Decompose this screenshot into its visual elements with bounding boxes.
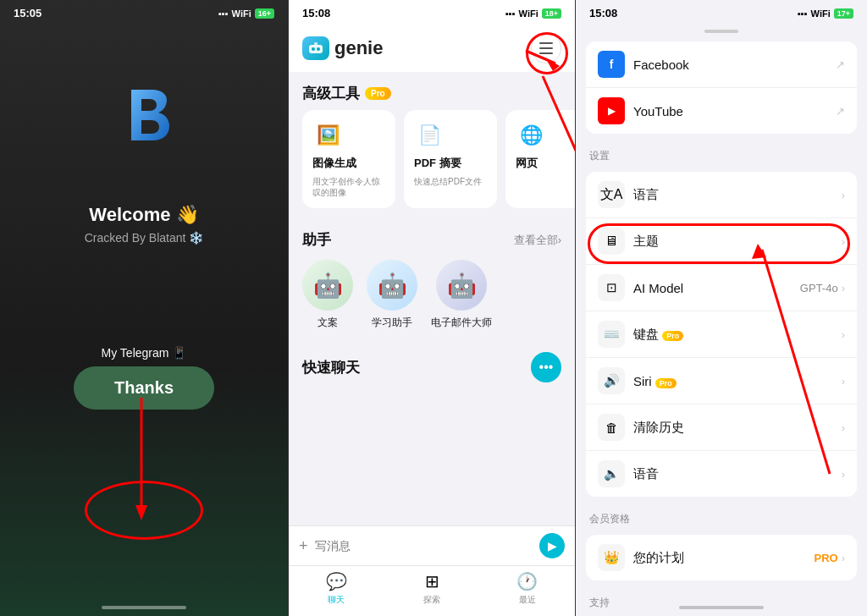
settings-row-aimodel[interactable]: ⊡ AI Model GPT-4o ›: [586, 265, 857, 311]
time-2: 15:08: [302, 7, 330, 19]
plan-icon: 👑: [598, 544, 625, 571]
time-1: 15:05: [14, 7, 41, 19]
explore-nav-icon: ⊞: [425, 571, 439, 591]
settings-row-language[interactable]: 文A 语言 ›: [586, 172, 857, 218]
scroll-bar: [704, 30, 738, 33]
genie-logo: genie: [302, 36, 383, 60]
quick-chat-header-section: 快速聊天 •••: [289, 340, 575, 389]
telegram-icon: 📱: [172, 346, 186, 360]
panel-genie: 15:08 ▪▪▪ WiFi 18+ genie: [288, 0, 576, 616]
settings-row-plan[interactable]: 👑 您的计划 PRO ›: [586, 535, 857, 580]
settings-row-voice[interactable]: 🔈 语音 ›: [586, 451, 857, 497]
settings-row-youtube[interactable]: ▶ YouTube ↗: [586, 88, 857, 134]
thanks-button[interactable]: Thanks: [74, 366, 214, 410]
see-all-link[interactable]: 查看全部 ›: [514, 233, 561, 248]
ai-model-icon: ⊡: [598, 274, 625, 301]
battery-2: 18+: [542, 8, 561, 19]
recent-nav-icon: 🕐: [516, 571, 538, 591]
panel-welcome: 15:05 ▪▪▪ WiFi 16+ Welcome 👋 Cracked By …: [0, 0, 288, 616]
advanced-tools-header: 高级工具 Pro: [289, 72, 575, 110]
chat-dots-icon: •••: [531, 352, 561, 382]
settings-row-keyboard[interactable]: ⌨️ 键盘 Pro ›: [586, 311, 857, 358]
svg-point-4: [317, 47, 320, 51]
keyboard-label: 键盘 Pro: [633, 327, 842, 343]
battery-3: 17+: [834, 8, 853, 19]
status-icons-3: ▪▪▪ WiFi 17+: [798, 8, 853, 19]
send-button[interactable]: ▶: [539, 533, 565, 558]
home-indicator-3: [679, 606, 764, 609]
settings-section-label: 设置: [576, 139, 867, 167]
signal-icon-2: ▪▪▪: [505, 8, 516, 19]
chat-input[interactable]: [315, 539, 533, 553]
copywriter-avatar: 🤖: [302, 260, 353, 311]
keyboard-icon: ⌨️: [598, 321, 625, 348]
status-bar-2: 15:08 ▪▪▪ WiFi 18+: [289, 0, 575, 26]
status-bar-3: 15:08 ▪▪▪ WiFi 17+: [576, 0, 867, 26]
cracked-text: Cracked By Blatant ❄️: [85, 231, 204, 245]
signal-icon: ▪▪▪: [218, 8, 229, 19]
wifi-icon: WiFi: [232, 8, 251, 19]
b-logo-icon: [106, 77, 182, 153]
tool-card-web[interactable]: 🌐 网页: [505, 110, 575, 208]
robot-icon: [307, 41, 324, 55]
assistants-row: 🤖 文案 🤖 学习助手 🤖 电子邮件大师: [289, 256, 575, 340]
settings-row-clear[interactable]: 🗑 清除历史 ›: [586, 404, 857, 451]
hamburger-line-3: [539, 52, 553, 54]
thanks-circle-annotation: [85, 481, 203, 540]
section-title-assistant: 助手: [302, 230, 331, 250]
settings-row-siri[interactable]: 🔊 Siri Pro ›: [586, 358, 857, 404]
main-settings-section: 文A 语言 › 🖥 主题 › ⊡ AI Model: [586, 172, 857, 497]
hamburger-button[interactable]: [531, 33, 561, 63]
settings-row-theme[interactable]: 🖥 主题 ›: [586, 218, 857, 265]
section-title-advanced: 高级工具 Pro: [302, 84, 391, 103]
genie-header: genie: [289, 26, 575, 72]
hamburger-line-1: [539, 42, 553, 44]
facebook-icon: f: [598, 51, 625, 78]
wifi-icon-2: WiFi: [519, 8, 538, 19]
membership-section: 👑 您的计划 PRO ›: [586, 535, 857, 580]
image-gen-icon: 🖼️: [312, 120, 343, 151]
assistant-item-study[interactable]: 🤖 学习助手: [367, 260, 417, 330]
bottom-nav: 💬 聊天 ⊞ 探索 🕐 最近: [289, 565, 575, 616]
settings-scroll: f Facebook ↗ ▶ YouTube ↗ 设置: [576, 36, 867, 616]
svg-rect-5: [314, 42, 318, 46]
welcome-text: Welcome 👋: [89, 204, 198, 226]
tool-card-pdf[interactable]: 📄 PDF 摘要 快速总结PDF文件: [404, 110, 497, 208]
scroll-indicator: [576, 26, 867, 36]
telegram-label: My Telegram 📱: [102, 346, 187, 360]
tools-row: 🖼️ 图像生成 用文字创作令人惊叹的图像 📄 PDF 摘要 快速总结PDF文件 …: [289, 110, 575, 218]
study-avatar: 🤖: [367, 260, 417, 311]
nav-explore[interactable]: ⊞ 探索: [384, 571, 480, 606]
voice-icon: 🔈: [598, 460, 625, 487]
chat-input-bar: + ▶: [289, 525, 575, 565]
siri-label: Siri Pro: [633, 374, 842, 388]
pro-badge-advanced: Pro: [365, 87, 391, 100]
theme-icon: 🖥: [598, 228, 625, 255]
svg-marker-1: [135, 505, 147, 520]
battery-1: 16+: [255, 8, 274, 19]
settings-row-facebook[interactable]: f Facebook ↗: [586, 41, 857, 88]
home-indicator-1: [102, 606, 186, 609]
nav-recent[interactable]: 🕐 最近: [479, 571, 575, 606]
plus-icon[interactable]: +: [299, 537, 308, 555]
nav-chat[interactable]: 💬 聊天: [289, 571, 384, 606]
clear-icon: 🗑: [598, 414, 625, 441]
yt-chevron: ↗: [836, 105, 845, 118]
social-section: f Facebook ↗ ▶ YouTube ↗: [586, 41, 857, 134]
youtube-icon: ▶: [598, 97, 625, 124]
logo-area: [106, 77, 182, 153]
assistant-item-copywriter[interactable]: 🤖 文案: [302, 260, 353, 330]
genie-logo-icon: [302, 36, 329, 60]
assistant-item-email[interactable]: 🤖 电子邮件大师: [431, 260, 492, 330]
time-3: 15:08: [589, 7, 617, 19]
hamburger-line-2: [539, 47, 553, 49]
p2-content: 高级工具 Pro 🖼️ 图像生成 用文字创作令人惊叹的图像 📄 PDF 摘要 快…: [289, 72, 575, 525]
tool-card-image[interactable]: 🖼️ 图像生成 用文字创作令人惊叹的图像: [302, 110, 395, 208]
status-icons-2: ▪▪▪ WiFi 18+: [505, 8, 561, 19]
fb-chevron: ↗: [836, 58, 845, 71]
wifi-icon-3: WiFi: [811, 8, 831, 19]
telegram-section: My Telegram 📱 Thanks: [74, 346, 214, 410]
siri-icon: 🔊: [598, 367, 625, 394]
email-avatar: 🤖: [436, 260, 487, 311]
membership-label: 会员资格: [576, 502, 867, 530]
